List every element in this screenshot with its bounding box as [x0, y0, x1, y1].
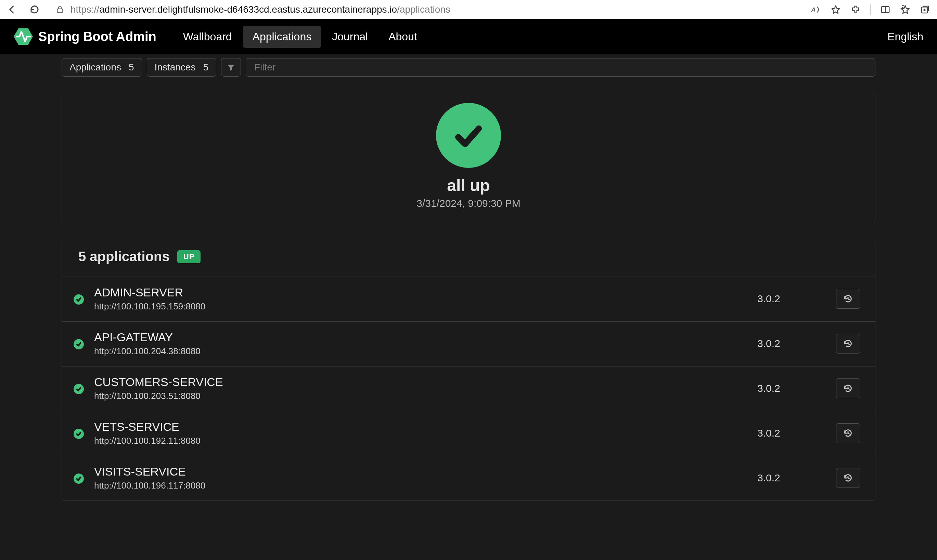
- separator: [870, 5, 871, 15]
- tab-journal[interactable]: Journal: [323, 26, 377, 48]
- application-name: API-GATEWAY: [94, 331, 747, 344]
- application-version: 3.0.2: [757, 338, 826, 349]
- instances-count-chip[interactable]: Instances 5: [147, 58, 216, 77]
- application-row[interactable]: VISITS-SERVICE http://100.100.196.117:80…: [62, 456, 875, 500]
- restart-button[interactable]: [836, 468, 860, 488]
- site-info-icon[interactable]: [56, 5, 64, 14]
- application-actions: [836, 334, 860, 354]
- application-row[interactable]: API-GATEWAY http://100.100.204.38:8080 3…: [62, 322, 875, 366]
- instances-count-value: 5: [203, 62, 208, 73]
- back-icon[interactable]: [7, 5, 17, 15]
- brand[interactable]: Spring Boot Admin: [14, 27, 167, 46]
- status-ok-icon: [74, 384, 84, 394]
- tab-applications[interactable]: Applications: [243, 26, 321, 48]
- status-ok-icon: [74, 474, 84, 484]
- application-row[interactable]: CUSTOMERS-SERVICE http://100.100.203.51:…: [62, 366, 875, 411]
- application-actions: [836, 378, 860, 398]
- status-ok-icon: [74, 429, 84, 439]
- status-badge: UP: [177, 250, 201, 263]
- application-url: http://100.100.203.51:8080: [94, 391, 747, 402]
- svg-rect-0: [57, 9, 62, 13]
- filter-icon: [227, 63, 235, 72]
- filter-input[interactable]: [246, 58, 875, 77]
- application-url: http://100.100.195.159:8080: [94, 301, 747, 312]
- application-url: http://100.100.196.117:8080: [94, 480, 747, 491]
- applications-count-value: 5: [129, 62, 134, 73]
- application-name: VETS-SERVICE: [94, 420, 747, 434]
- application-version: 3.0.2: [757, 427, 826, 439]
- application-row[interactable]: ADMIN-SERVER http://100.100.195.159:8080…: [62, 277, 875, 322]
- application-info: VISITS-SERVICE http://100.100.196.117:80…: [94, 465, 747, 491]
- split-screen-icon[interactable]: [880, 5, 891, 15]
- history-icon: [843, 294, 853, 304]
- browser-actions: A: [811, 5, 930, 15]
- applications-count-chip[interactable]: Applications 5: [62, 58, 142, 77]
- filter-toggle-button[interactable]: [221, 58, 241, 77]
- favorites-list-icon[interactable]: [900, 5, 910, 15]
- application-info: ADMIN-SERVER http://100.100.195.159:8080: [94, 286, 747, 312]
- application-info: VETS-SERVICE http://100.100.192.11:8080: [94, 420, 747, 446]
- history-icon: [843, 339, 853, 348]
- read-aloud-icon[interactable]: A: [811, 5, 821, 15]
- application-version: 3.0.2: [757, 293, 826, 305]
- status-card: all up 3/31/2024, 9:09:30 PM: [62, 93, 875, 223]
- applications-card-header: 5 applications UP: [62, 240, 875, 277]
- application-actions: [836, 423, 860, 443]
- application-info: API-GATEWAY http://100.100.204.38:8080: [94, 331, 747, 357]
- status-ok-icon: [74, 294, 84, 305]
- language-selector[interactable]: English: [888, 31, 923, 43]
- filter-toolbar: Applications 5 Instances 5: [62, 58, 875, 77]
- main-nav: Wallboard Applications Journal About: [173, 26, 427, 48]
- restart-button[interactable]: [836, 289, 860, 309]
- applications-card: 5 applications UP ADMIN-SERVER http://10…: [62, 240, 875, 501]
- status-title: all up: [447, 176, 490, 195]
- status-ok-icon: [436, 103, 501, 168]
- restart-button[interactable]: [836, 423, 860, 443]
- browser-nav-buttons: [7, 5, 40, 15]
- application-name: ADMIN-SERVER: [94, 286, 747, 299]
- application-url: http://100.100.204.38:8080: [94, 346, 747, 357]
- application-name: VISITS-SERVICE: [94, 465, 747, 478]
- collections-icon[interactable]: [920, 5, 930, 15]
- brand-title: Spring Boot Admin: [38, 29, 156, 44]
- brand-logo-icon: [14, 27, 33, 46]
- application-info: CUSTOMERS-SERVICE http://100.100.203.51:…: [94, 375, 747, 402]
- instances-count-label: Instances: [155, 62, 196, 73]
- history-icon: [843, 473, 853, 483]
- url-text: https://admin-server.delightfulsmoke-d64…: [71, 4, 450, 15]
- status-ok-icon: [74, 339, 84, 349]
- status-timestamp: 3/31/2024, 9:09:30 PM: [417, 198, 520, 209]
- application-name: CUSTOMERS-SERVICE: [94, 375, 747, 389]
- applications-list: ADMIN-SERVER http://100.100.195.159:8080…: [62, 277, 875, 500]
- restart-button[interactable]: [836, 334, 860, 354]
- applications-card-title: 5 applications: [79, 249, 170, 264]
- extensions-icon[interactable]: [851, 5, 861, 15]
- tab-about[interactable]: About: [379, 26, 427, 48]
- favorite-icon[interactable]: [830, 5, 841, 15]
- restart-button[interactable]: [836, 378, 860, 398]
- content: Applications 5 Instances 5 all up 3/31/2…: [0, 58, 937, 501]
- application-actions: [836, 289, 860, 309]
- history-icon: [843, 428, 853, 438]
- history-icon: [843, 384, 853, 393]
- tab-wallboard[interactable]: Wallboard: [173, 26, 242, 48]
- svg-text:A: A: [811, 6, 815, 14]
- browser-toolbar: https://admin-server.delightfulsmoke-d64…: [0, 0, 937, 19]
- refresh-icon[interactable]: [29, 5, 40, 15]
- app-header: Spring Boot Admin Wallboard Applications…: [0, 19, 937, 54]
- applications-count-label: Applications: [69, 62, 121, 73]
- address-bar[interactable]: https://admin-server.delightfulsmoke-d64…: [56, 4, 795, 15]
- application-actions: [836, 468, 860, 488]
- application-row[interactable]: VETS-SERVICE http://100.100.192.11:8080 …: [62, 411, 875, 456]
- application-version: 3.0.2: [757, 472, 826, 484]
- application-version: 3.0.2: [757, 383, 826, 394]
- application-url: http://100.100.192.11:8080: [94, 435, 747, 446]
